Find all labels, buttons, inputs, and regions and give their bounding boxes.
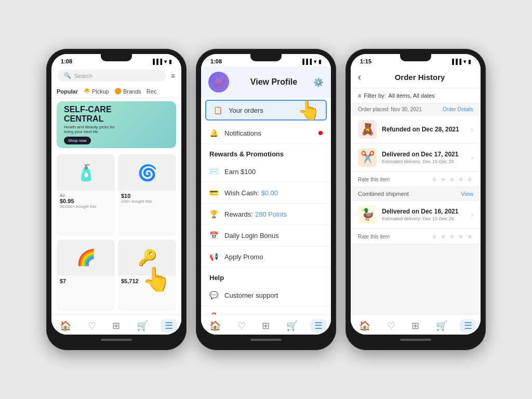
- cat-pickup[interactable]: 🐣 Pickup: [83, 88, 109, 95]
- order-status-1: Refunded on Dec 28, 2021: [382, 126, 466, 133]
- nav-cart-3[interactable]: 🛒: [432, 319, 451, 332]
- order-info-1: Refunded on Dec 28, 2021: [382, 126, 466, 133]
- star-2-2[interactable]: ★: [440, 232, 447, 241]
- nav-wishlist-1[interactable]: ♡: [84, 319, 100, 332]
- menu-item-login-bonus[interactable]: 📅 Daily Login Bonus: [201, 225, 331, 246]
- filter-value[interactable]: All items, All dates: [389, 92, 435, 99]
- order-details-link-1[interactable]: Order Details: [443, 107, 473, 112]
- menu-item-notifications[interactable]: 🔔 Notifications: [201, 123, 331, 144]
- filter-label: Filter by:: [364, 92, 385, 99]
- menu-item-rewards[interactable]: 🏆 Rewards: 280 Points: [201, 204, 331, 225]
- orders-icon: 📋: [214, 106, 222, 114]
- nav-categories-2[interactable]: ⊞: [258, 319, 274, 332]
- shop-now-button[interactable]: Shop now: [64, 137, 91, 144]
- order-thumb-3: 🦆: [358, 205, 377, 224]
- product-4[interactable]: 🔑 $5,712: [118, 240, 176, 312]
- star-1-5[interactable]: ★: [467, 175, 473, 183]
- star-1-3[interactable]: ★: [449, 175, 456, 183]
- menu-item-promo[interactable]: 📢 Apply Promo: [201, 246, 331, 268]
- nav-menu-1[interactable]: ☰: [161, 319, 177, 332]
- nav-menu-3[interactable]: ☰: [460, 319, 476, 332]
- login-bonus-icon: 📅: [209, 231, 218, 240]
- star-2-5[interactable]: ★: [467, 232, 473, 241]
- rewards-icon: 🏆: [209, 210, 218, 218]
- cat-brands[interactable]: 🟠 Brands: [114, 88, 141, 95]
- banner-title: SELF-CARECENTRAL: [64, 105, 169, 123]
- search-placeholder: Search: [74, 73, 92, 79]
- view-profile-label[interactable]: View Profile: [250, 77, 297, 87]
- menu-item-earn[interactable]: ✉️ Earn $100: [201, 161, 331, 182]
- wishcash-label: Wish Cash:: [224, 189, 259, 197]
- order-history-header: ‹ Order History: [351, 66, 481, 88]
- product-3[interactable]: 🌈 $7: [57, 240, 115, 312]
- product-2-sold: 100+ bought this: [121, 199, 173, 204]
- cat-rec[interactable]: Rec: [147, 88, 157, 95]
- signal-icon-3: ▐▐▐: [450, 59, 461, 64]
- search-bar: 🔍 Search ≡: [51, 66, 181, 85]
- order-info-3: Delivered on Dec 16, 2021 Estimated deli…: [382, 208, 466, 221]
- combined-label: Combined shipment: [358, 191, 409, 197]
- signal-icon-1: ▐▐▐: [151, 59, 162, 64]
- product-4-price: $5,712: [121, 278, 173, 284]
- product-3-info: $7: [57, 276, 115, 286]
- rate-label-1: Rate this item: [358, 177, 390, 182]
- nav-home-1[interactable]: 🏠: [56, 319, 75, 332]
- nav-home-2[interactable]: 🏠: [205, 319, 225, 332]
- search-input[interactable]: 🔍 Search: [58, 70, 166, 82]
- product-1-price: $0.95: [60, 198, 112, 204]
- rate-item-1: Rate this item ★ ★ ★ ★ ★: [351, 172, 481, 187]
- star-2-4[interactable]: ★: [458, 232, 464, 241]
- star-1-4[interactable]: ★: [458, 175, 464, 183]
- p1-main-content: 🔍 Search ≡ Popular 🐣 Pickup 🟠: [51, 66, 181, 314]
- wifi-icon-1: ▾: [164, 59, 167, 64]
- battery-icon-3: ▮: [468, 59, 471, 64]
- order-item-dec16[interactable]: 🦆 Delivered on Dec 16, 2021 Estimated de…: [351, 201, 481, 229]
- order-item-refunded[interactable]: 🧸 Refunded on Dec 28, 2021 ›: [351, 116, 481, 143]
- back-button[interactable]: ‹: [358, 72, 361, 83]
- promo-banner[interactable]: SELF-CARECENTRAL Health and Beauty picks…: [57, 101, 176, 148]
- support-icon: 💬: [209, 291, 218, 299]
- order-est-2: Estimated delivery: Dec 15-Dec 29: [382, 159, 466, 164]
- star-2-3[interactable]: ★: [449, 232, 456, 241]
- cat-popular[interactable]: Popular: [57, 88, 78, 95]
- product-3-image: 🌈: [57, 240, 115, 276]
- menu-item-wishcash[interactable]: 💳 Wish Cash: $0.00: [201, 182, 331, 204]
- search-icon: 🔍: [64, 72, 71, 79]
- product-2-image: 🌀: [118, 154, 176, 191]
- order-placed-1: Order placed: Nov 30, 2021: [358, 107, 422, 112]
- profile-menu: 📋 Your orders 👆 🔔 Notifications Rewards …: [201, 98, 331, 314]
- product-2[interactable]: 🌀 $10 100+ bought this: [118, 154, 176, 236]
- order-date-1: Order placed: Nov 30, 2021 Order Details: [351, 103, 481, 115]
- order-item-dec17[interactable]: ✂️ Delivered on Dec 17, 2021 Estimated d…: [351, 144, 481, 171]
- nav-cart-2[interactable]: 🛒: [282, 319, 302, 332]
- nav-cart-1[interactable]: 🛒: [132, 319, 152, 332]
- wishcash-value: $0.00: [261, 189, 278, 197]
- star-1-2[interactable]: ★: [440, 175, 447, 183]
- menu-item-support[interactable]: 💬 Customer support: [201, 285, 331, 306]
- order-status-2: Delivered on Dec 17, 2021: [382, 151, 466, 158]
- menu-item-orders[interactable]: 📋 Your orders 👆: [205, 100, 327, 121]
- phone-2: 1:08 ▐▐▐ ▾ ▮ 👾 View Profile ⚙️: [196, 49, 336, 350]
- menu-item-faq[interactable]: ❓ Frequently asked questions: [201, 306, 331, 314]
- nav-home-3[interactable]: 🏠: [355, 319, 375, 332]
- chevron-1: ›: [471, 125, 473, 134]
- filter-icon[interactable]: ≡: [171, 72, 175, 80]
- profile-header: 👾 View Profile ⚙️: [201, 66, 331, 98]
- nav-categories-1[interactable]: ⊞: [108, 319, 124, 332]
- phone-3: 1:15 ▐▐▐ ▾ ▮ ‹ Order History ≡ Filter by…: [345, 49, 486, 350]
- nav-categories-3[interactable]: ⊞: [407, 319, 423, 332]
- star-1-1[interactable]: ★: [431, 175, 438, 183]
- combined-view-link[interactable]: View: [461, 191, 473, 197]
- nav-menu-2[interactable]: ☰: [310, 319, 327, 332]
- product-1[interactable]: 🧴 $2 $0.95 50,000+ bought this: [57, 154, 115, 236]
- orders-label: Your orders: [229, 107, 263, 114]
- cat-pickup-label: Pickup: [92, 88, 109, 95]
- notch-3: [400, 54, 431, 61]
- cat-pickup-icon: 🐣: [83, 88, 90, 95]
- star-2-1[interactable]: ★: [431, 232, 438, 241]
- cat-brands-label: Brands: [123, 88, 141, 95]
- phone-1: 1:08 ▐▐▐ ▾ ▮ 🔍 Search ≡: [46, 49, 187, 350]
- nav-wishlist-2[interactable]: ♡: [233, 319, 250, 332]
- gear-icon[interactable]: ⚙️: [313, 77, 324, 87]
- nav-wishlist-3[interactable]: ♡: [383, 319, 400, 332]
